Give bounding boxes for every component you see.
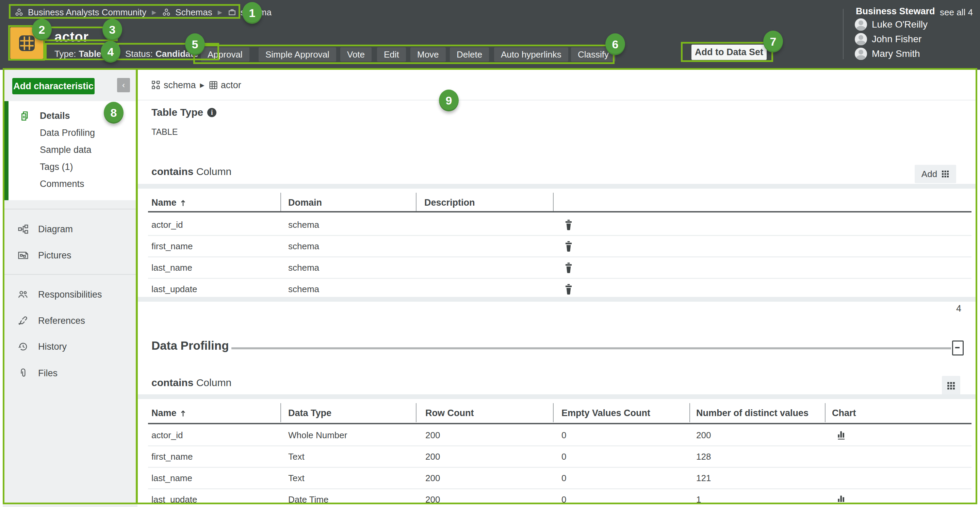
table1-header-name[interactable]: Name <box>151 198 186 208</box>
vote-button[interactable]: Vote <box>340 47 372 62</box>
sidebar-item-comments[interactable]: Comments <box>5 176 137 192</box>
pictures-icon <box>16 250 30 261</box>
sidebar-item-sample-data[interactable]: Sample data <box>5 142 137 158</box>
cell-domain[interactable]: schema <box>288 284 319 295</box>
table-toolbar-strip <box>138 184 975 189</box>
link-icon <box>16 315 30 326</box>
trash-icon[interactable] <box>564 241 573 252</box>
table2-header-empty-values[interactable]: Empty Values Count <box>562 408 650 418</box>
callout-badge-5: 5 <box>185 33 205 55</box>
table2-header-distinct[interactable]: Number of distinct values <box>696 408 808 418</box>
info-icon[interactable]: i <box>207 108 216 117</box>
steward-user[interactable]: Luke O'Reilly <box>855 18 928 31</box>
cell-row-count: 200 <box>425 451 440 462</box>
sidebar-item-responsibilities[interactable]: Responsibilities <box>3 287 135 302</box>
cell-name[interactable]: actor_id <box>151 430 183 441</box>
table1-header-border <box>148 211 972 212</box>
breadcrumb: Business Analysts Community ▶ Schemas ▶ … <box>14 6 272 18</box>
page-title: actor <box>54 29 89 45</box>
table-row: first_name Text 200 0 128 <box>138 446 975 467</box>
avatar <box>855 33 867 45</box>
avatar <box>855 48 867 60</box>
table-row: last_update Date Time 200 0 1 <box>138 489 975 507</box>
table2-header-chart[interactable]: Chart <box>832 408 856 418</box>
divider <box>138 100 975 100</box>
callout-badge-6: 6 <box>605 33 625 55</box>
cell-domain[interactable]: schema <box>288 241 319 252</box>
cell-distinct: 128 <box>696 451 711 462</box>
table2-header-row-count[interactable]: Row Count <box>425 408 474 418</box>
auto-hyperlinks-button[interactable]: Auto hyperlinks <box>494 47 568 62</box>
chevron-right-icon: ▶ <box>216 9 224 16</box>
main-content: schema ▶ actor Table Type i TABLE contai… <box>138 70 977 507</box>
steward-title: Business Steward <box>856 6 935 17</box>
cell-name[interactable]: last_update <box>151 284 197 295</box>
steward-user[interactable]: John Fisher <box>855 32 921 46</box>
breadcrumb-schema[interactable]: schema <box>164 80 196 91</box>
contains-column-heading: contains Column <box>151 377 231 389</box>
table2-header-name[interactable]: Name <box>151 408 186 418</box>
cell-distinct: 121 <box>696 473 711 483</box>
cell-empty-values: 0 <box>562 451 566 462</box>
cell-name[interactable]: last_name <box>151 263 192 273</box>
diagram-icon <box>16 224 30 234</box>
table1-header-description[interactable]: Description <box>424 198 475 208</box>
table1-header: Name Domain Description <box>138 193 975 212</box>
grid-dots-icon <box>947 381 956 390</box>
callout-badge-4: 4 <box>101 41 121 63</box>
cell-name[interactable]: last_update <box>151 494 197 505</box>
history-clock-icon <box>16 341 30 352</box>
add-to-data-set-button[interactable]: Add to Data Set <box>692 45 767 60</box>
cell-distinct: 200 <box>696 430 711 441</box>
trash-icon[interactable] <box>564 219 573 230</box>
sidebar-item-pictures[interactable]: Pictures <box>3 247 135 263</box>
collapse-section-icon[interactable] <box>952 341 964 356</box>
breadcrumb-actor[interactable]: actor <box>221 80 241 91</box>
cell-name[interactable]: last_name <box>151 473 192 483</box>
cell-domain[interactable]: schema <box>288 263 319 273</box>
cell-domain[interactable]: schema <box>288 220 319 230</box>
bar-chart-icon[interactable] <box>837 430 846 440</box>
table-settings-button[interactable] <box>942 376 960 395</box>
table-row: first_name schema <box>138 236 975 257</box>
breadcrumb-item-community[interactable]: Business Analysts Community <box>28 7 146 18</box>
cell-name[interactable]: actor_id <box>151 220 183 230</box>
simple-approval-button[interactable]: Simple Approval <box>259 47 336 62</box>
delete-button[interactable]: Delete <box>450 47 489 62</box>
chevron-right-icon: ▶ <box>150 9 158 16</box>
sidebar-item-files[interactable]: Files <box>3 365 135 381</box>
avatar <box>855 18 867 31</box>
table-row: actor_id Whole Number 200 0 200 <box>138 425 975 445</box>
add-column-button[interactable]: Add <box>915 165 956 183</box>
see-all-link[interactable]: see all 4 <box>940 7 973 18</box>
edit-button[interactable]: Edit <box>377 47 406 62</box>
sidebar-item-references[interactable]: References <box>3 313 135 328</box>
add-characteristic-button[interactable]: Add characteristic <box>12 78 95 94</box>
table1-header-domain[interactable]: Domain <box>288 198 322 208</box>
schema-hierarchy-icon <box>151 80 161 90</box>
steward-user[interactable]: Mary Smith <box>855 47 920 61</box>
cell-row-count: 200 <box>425 473 440 483</box>
sidebar-collapse-button[interactable]: ‹ <box>117 78 130 92</box>
document-pages-icon <box>18 110 32 121</box>
sidebar-item-data-profiling[interactable]: Data Profiling <box>5 125 137 140</box>
sidebar-item-history[interactable]: History <box>3 339 135 354</box>
sidebar-divider <box>5 274 137 275</box>
chevron-right-icon: ▶ <box>199 82 206 89</box>
move-button[interactable]: Move <box>410 47 446 62</box>
row-count: 4 <box>944 303 961 314</box>
bar-chart-icon[interactable] <box>837 494 846 504</box>
cell-data-type: Date Time <box>288 494 329 505</box>
trash-icon[interactable] <box>564 262 573 273</box>
sidebar-item-diagram[interactable]: Diagram <box>3 221 135 237</box>
table-row: last_name Text 200 0 121 <box>138 468 975 488</box>
callout-badge-7: 7 <box>763 31 783 53</box>
trash-icon[interactable] <box>564 284 573 295</box>
cell-name[interactable]: first_name <box>151 241 192 252</box>
community-icon <box>162 8 171 17</box>
breadcrumb-item-schemas[interactable]: Schemas <box>175 7 212 18</box>
approval-button[interactable]: Approval <box>201 47 250 62</box>
cell-name[interactable]: first_name <box>151 451 192 462</box>
sidebar-item-tags[interactable]: Tags (1) <box>5 159 137 175</box>
table2-header-data-type[interactable]: Data Type <box>288 408 331 418</box>
